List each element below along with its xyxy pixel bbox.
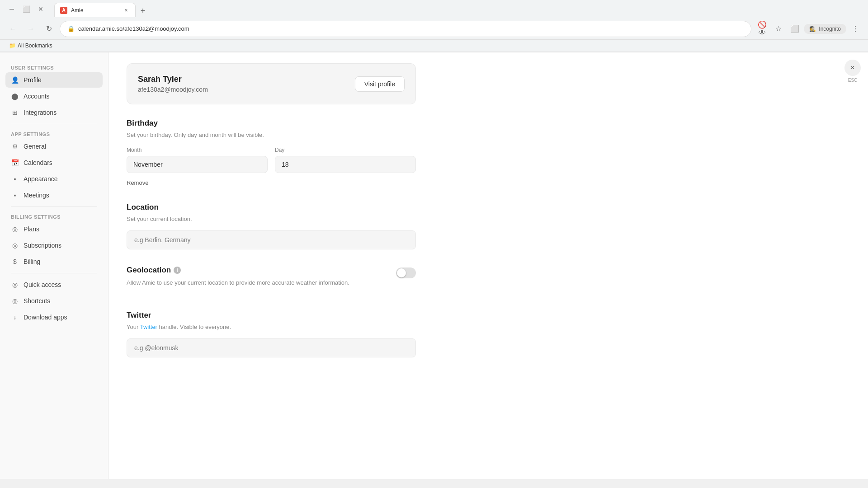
sidebar-label-subscriptions: Subscriptions (24, 242, 61, 249)
bookmark-button[interactable]: ☆ (771, 22, 786, 36)
twitter-link[interactable]: Twitter (140, 324, 157, 330)
address-bar[interactable]: 🔒 (60, 21, 751, 37)
sidebar: User Settings 👤 Profile ⬤ Accounts ⊞ Int… (0, 52, 108, 479)
active-tab[interactable]: A Amie × (54, 3, 136, 17)
sidebar-label-download-apps: Download apps (24, 314, 67, 321)
accounts-icon: ⬤ (11, 92, 19, 100)
sidebar-item-download-apps[interactable]: ↓ Download apps (5, 310, 103, 325)
twitter-description: Your Twitter handle. Visible to everyone… (127, 323, 416, 332)
sidebar-item-profile[interactable]: 👤 Profile (5, 72, 103, 88)
toolbar-actions: 🚫👁 ☆ ⬜ 🕵️ Incognito ⋮ (755, 22, 863, 36)
birthday-title: Birthday (127, 119, 416, 128)
split-view-button[interactable]: ⬜ (788, 22, 802, 36)
toggle-slider (396, 267, 416, 278)
esc-label: ESC (848, 78, 858, 83)
more-button[interactable]: ⋮ (848, 22, 863, 36)
day-input[interactable] (275, 156, 416, 173)
sidebar-item-subscriptions[interactable]: ◎ Subscriptions (5, 238, 103, 253)
sidebar-item-meetings[interactable]: ▪ Meetings (5, 188, 103, 203)
sidebar-item-calendars[interactable]: 📅 Calendars (5, 155, 103, 170)
no-tracking-button[interactable]: 🚫👁 (755, 22, 769, 36)
app-settings-label: App Settings (5, 128, 103, 139)
profile-header-wrapper: Sarah Tyler afe130a2@moodjoy.com Visit p… (127, 63, 416, 104)
day-field-group: Day (275, 147, 416, 173)
location-section: Location Set your current location. (127, 203, 416, 250)
bookmarks-folder-icon: 📁 (9, 42, 16, 49)
main-content: Sarah Tyler afe130a2@moodjoy.com Visit p… (108, 52, 868, 479)
bookmarks-item[interactable]: 📁 All Bookmarks (5, 42, 56, 50)
sidebar-label-quick-access: Quick access (24, 281, 61, 288)
day-label: Day (275, 147, 416, 153)
user-settings-label: User Settings (5, 61, 103, 72)
url-input[interactable] (78, 25, 744, 32)
close-overlay: × ESC (844, 60, 861, 83)
geolocation-description: Allow Amie to use your current location … (127, 278, 387, 287)
close-window-button[interactable]: ✕ (34, 3, 47, 15)
general-icon: ⚙ (11, 142, 19, 150)
sidebar-item-billing[interactable]: $ Billing (5, 254, 103, 269)
billing-settings-label: Billing Settings (5, 211, 103, 221)
back-button[interactable]: ← (5, 22, 20, 36)
browser-toolbar: ← → ↻ 🔒 🚫👁 ☆ ⬜ 🕵️ Incognito ⋮ (0, 18, 868, 40)
sidebar-divider-2 (11, 206, 97, 207)
location-input[interactable] (127, 230, 416, 249)
sidebar-divider-1 (11, 124, 97, 124)
remove-birthday-button[interactable]: Remove (127, 179, 148, 186)
window-controls: ─ ⬜ ✕ (5, 3, 47, 15)
meetings-icon: ▪ (11, 191, 19, 199)
content-inner: Sarah Tyler afe130a2@moodjoy.com Visit p… (108, 63, 434, 401)
sidebar-item-general[interactable]: ⚙ General (5, 139, 103, 154)
download-apps-icon: ↓ (11, 313, 19, 321)
close-settings-button[interactable]: × (844, 60, 861, 76)
new-tab-button[interactable]: + (137, 5, 149, 17)
minimize-button[interactable]: ─ (5, 3, 18, 15)
sidebar-item-shortcuts[interactable]: ◎ Shortcuts (5, 293, 103, 309)
plans-icon: ◎ (11, 225, 19, 233)
calendars-icon: 📅 (11, 159, 19, 167)
tab-bar: A Amie × + (51, 1, 153, 17)
month-label: Month (127, 147, 268, 153)
geolocation-toggle[interactable] (396, 267, 416, 278)
browser-chrome: ─ ⬜ ✕ A Amie × + ← → ↻ 🔒 🚫👁 ☆ ⬜ (0, 0, 868, 52)
profile-info: Sarah Tyler afe130a2@moodjoy.com (138, 75, 208, 93)
sidebar-label-shortcuts: Shortcuts (24, 297, 50, 305)
sidebar-label-calendars: Calendars (24, 159, 52, 166)
birthday-section: Birthday Set your birthday. Only day and… (127, 119, 416, 187)
month-input[interactable] (127, 156, 268, 173)
geolocation-left: Geolocation i Allow Amie to use your cur… (127, 266, 387, 295)
sidebar-label-plans: Plans (24, 225, 39, 233)
geolocation-info-icon[interactable]: i (174, 267, 181, 274)
twitter-section: Twitter Your Twitter handle. Visible to … (127, 311, 416, 358)
geolocation-title-text: Geolocation (127, 266, 171, 275)
forward-button[interactable]: → (24, 22, 38, 36)
sidebar-item-accounts[interactable]: ⬤ Accounts (5, 89, 103, 104)
visit-profile-button[interactable]: Visit profile (355, 76, 405, 92)
geolocation-section: Geolocation i Allow Amie to use your cur… (127, 266, 416, 295)
profile-header-card: Sarah Tyler afe130a2@moodjoy.com Visit p… (127, 63, 416, 104)
tab-close-button[interactable]: × (123, 7, 130, 14)
sidebar-label-general: General (24, 143, 46, 150)
twitter-title: Twitter (127, 311, 416, 320)
birthday-inputs-row: Month Day (127, 147, 416, 173)
app-container: User Settings 👤 Profile ⬤ Accounts ⊞ Int… (0, 52, 868, 479)
subscriptions-icon: ◎ (11, 241, 19, 249)
sidebar-label-accounts: Accounts (24, 93, 50, 100)
lock-icon: 🔒 (67, 25, 75, 32)
sidebar-item-quick-access[interactable]: ◎ Quick access (5, 277, 103, 292)
incognito-icon: 🕵️ (809, 26, 816, 32)
sidebar-label-profile: Profile (24, 76, 42, 84)
profile-name: Sarah Tyler (138, 75, 208, 84)
incognito-badge[interactable]: 🕵️ Incognito (804, 24, 846, 34)
twitter-input[interactable] (127, 338, 416, 357)
month-field-group: Month (127, 147, 268, 173)
tab-title: Amie (71, 7, 119, 14)
location-description: Set your current location. (127, 215, 416, 224)
sidebar-item-integrations[interactable]: ⊞ Integrations (5, 105, 103, 120)
sidebar-item-plans[interactable]: ◎ Plans (5, 221, 103, 237)
sidebar-label-integrations: Integrations (24, 109, 57, 116)
sidebar-label-meetings: Meetings (24, 192, 49, 199)
sidebar-item-appearance[interactable]: ▪ Appearance (5, 171, 103, 187)
bookmarks-bar: 📁 All Bookmarks (0, 40, 868, 52)
refresh-button[interactable]: ↻ (42, 22, 56, 36)
restore-button[interactable]: ⬜ (20, 3, 33, 15)
